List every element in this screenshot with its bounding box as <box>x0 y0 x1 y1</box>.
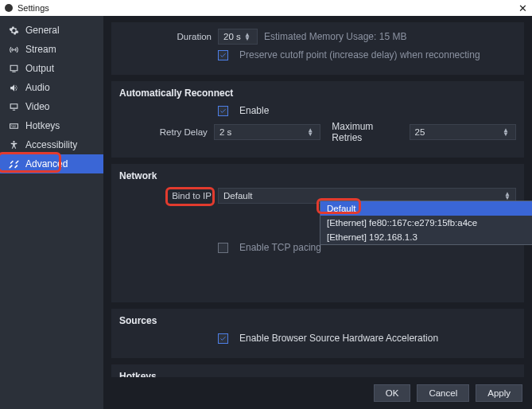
sidebar-item-label: Audio <box>25 82 50 93</box>
panel-delay: Duration 20 s ▲▼ Estimated Memory Usage:… <box>111 22 524 75</box>
cancel-button[interactable]: Cancel <box>417 384 469 402</box>
spinner-icon[interactable]: ▲▼ <box>305 128 315 136</box>
bind-to-ip-label: Bind to IP <box>119 191 212 201</box>
retry-delay-input[interactable]: 2 s ▲▼ <box>214 124 320 140</box>
tcp-pacing-label: Enable TCP pacing <box>239 242 321 253</box>
window-title: Settings <box>17 3 49 13</box>
spinner-icon[interactable]: ▲▼ <box>501 128 511 136</box>
sidebar-item-label: Advanced <box>25 158 68 169</box>
max-retries-label: Maximum Retries <box>332 121 402 143</box>
accessibility-icon <box>8 140 19 150</box>
panel-sources: Sources Enable Browser Source Hardware A… <box>111 309 524 358</box>
sidebar-item-output[interactable]: Output <box>0 59 103 78</box>
panel-hotkeys: Hotkeys Hotkey Focus Behavior Never disa… <box>111 364 524 377</box>
panel-reconnect: Automatically Reconnect Enable Retry Del… <box>111 81 524 158</box>
duration-input[interactable]: 20 s ▲▼ <box>218 29 258 45</box>
reconnect-enable-checkbox[interactable] <box>218 106 228 116</box>
sidebar-item-stream[interactable]: Stream <box>0 40 103 59</box>
network-title: Network <box>119 170 516 181</box>
spinner-icon[interactable]: ▲▼ <box>243 33 252 41</box>
chevron-updown-icon: ▲▼ <box>504 192 511 200</box>
sidebar-item-label: Output <box>25 63 54 74</box>
duration-label: Duration <box>119 32 212 41</box>
memory-usage-label: Estimated Memory Usage: 15 MB <box>264 31 406 42</box>
sidebar-item-label: Video <box>25 101 49 112</box>
output-icon <box>8 64 19 74</box>
max-retries-value: 25 <box>415 127 425 137</box>
preserve-cutoff-checkbox[interactable] <box>218 50 228 60</box>
bind-to-ip-value: Default <box>223 191 252 201</box>
sidebar-item-general[interactable]: General <box>0 21 103 40</box>
sidebar-item-label: Accessibility <box>25 139 77 150</box>
speaker-icon <box>8 83 19 93</box>
sidebar-item-label: Stream <box>25 44 56 55</box>
antenna-icon <box>8 45 19 55</box>
retry-delay-value: 2 s <box>219 127 231 137</box>
hotkeys-title: Hotkeys <box>119 371 516 377</box>
ok-button[interactable]: OK <box>374 384 411 402</box>
content-area: Duration 20 s ▲▼ Estimated Memory Usage:… <box>103 16 532 409</box>
dropdown-option-default[interactable]: Default <box>320 201 532 216</box>
retry-delay-label: Retry Delay <box>119 127 208 137</box>
reconnect-enable-label: Enable <box>239 105 269 116</box>
dropdown-option-ipv4[interactable]: [Ethernet] 192.168.1.3 <box>320 230 532 244</box>
sidebar-item-audio[interactable]: Audio <box>0 78 103 97</box>
sidebar: General Stream Output Audio Video Hotkey… <box>0 16 103 409</box>
dialog-footer: OK Cancel Apply <box>103 377 532 409</box>
bind-to-ip-dropdown[interactable]: Default [Ethernet] fe80::167c:e279:15fb:… <box>320 201 532 245</box>
close-icon[interactable]: ✕ <box>518 2 527 14</box>
sidebar-item-label: Hotkeys <box>25 120 60 131</box>
reconnect-title: Automatically Reconnect <box>119 88 516 99</box>
max-retries-input[interactable]: 25 ▲▼ <box>410 124 516 140</box>
hwaccel-checkbox[interactable] <box>218 333 228 344</box>
dropdown-option-ipv6[interactable]: [Ethernet] fe80::167c:e279:15fb:a4ce <box>320 216 532 230</box>
sidebar-item-label: General <box>25 25 60 36</box>
monitor-icon <box>8 102 19 112</box>
gear-icon <box>8 25 19 36</box>
titlebar: Settings ✕ <box>0 0 532 16</box>
sidebar-item-video[interactable]: Video <box>0 97 103 116</box>
app-icon <box>5 4 13 12</box>
sources-title: Sources <box>119 315 516 326</box>
hwaccel-label: Enable Browser Source Hardware Accelerat… <box>239 333 438 344</box>
preserve-cutoff-label: Preserve cutoff point (increase delay) w… <box>239 49 480 60</box>
sidebar-item-hotkeys[interactable]: Hotkeys <box>0 116 103 135</box>
sidebar-item-advanced[interactable]: Advanced <box>0 154 103 173</box>
keyboard-icon <box>8 121 19 131</box>
tools-icon <box>8 159 19 169</box>
apply-button[interactable]: Apply <box>476 384 522 402</box>
duration-value: 20 s <box>223 32 241 41</box>
sidebar-item-accessibility[interactable]: Accessibility <box>0 135 103 154</box>
tcp-pacing-checkbox[interactable] <box>218 243 228 253</box>
